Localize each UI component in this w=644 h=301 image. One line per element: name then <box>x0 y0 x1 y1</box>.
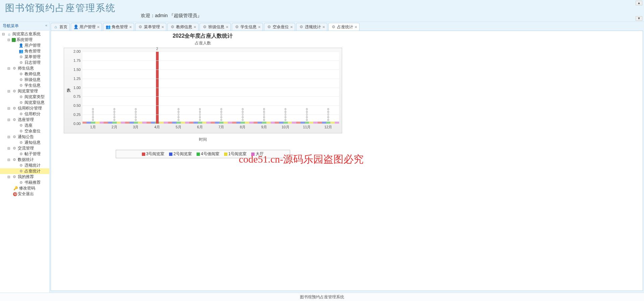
tree-root[interactable]: ⊟⌂阅览室占座系统 <box>0 31 49 37</box>
tree-item-5-0[interactable]: ⚙通知信息 <box>0 140 49 145</box>
xtick-label: 11月 <box>296 125 318 130</box>
main-area: ⌂首页👤用户管理✕👥角色管理✕⚙菜单管理✕⚙教师信息✕⚙班级信息✕⚙学生信息✕⚙… <box>50 22 644 293</box>
tree-item-2-0[interactable]: ⚙阅览室类型 <box>0 94 49 100</box>
tree-logout[interactable]: ⏻安全退出 <box>0 191 49 197</box>
gear-icon: ⚙ <box>18 77 24 83</box>
tab-6[interactable]: ⚙学生信息✕ <box>232 23 263 31</box>
chart-plot: 人数 0000000000000000000000000000000000000… <box>64 48 342 133</box>
legend-item[interactable]: 2号阅览室 <box>169 151 192 157</box>
gear-icon: ⚙ <box>12 134 17 140</box>
tree-item-8-0[interactable]: ⚙书籍推荐 <box>0 180 49 185</box>
tree-change-password[interactable]: 🔑修改密码 <box>0 185 49 191</box>
tree-toggle-icon[interactable]: ⊟ <box>6 146 11 150</box>
tree-item-0-0[interactable]: 👤用户管理 <box>0 43 49 48</box>
tree-item-2-1[interactable]: ⚙阅览室信息 <box>0 100 49 105</box>
tree-toggle-icon[interactable]: ⊟ <box>6 106 11 110</box>
tree-item-1-0[interactable]: ⚙教师信息 <box>0 71 49 77</box>
tree-group-6[interactable]: ⊟⚙交流管理 <box>0 145 49 151</box>
tree-item-0-2[interactable]: ⚙菜单管理 <box>0 54 49 60</box>
tab-label: 空余座位 <box>273 24 289 30</box>
gear-icon: ⚙ <box>18 129 24 134</box>
legend-label: 4号借阅室 <box>201 151 219 157</box>
gridline <box>83 124 339 124</box>
close-icon[interactable]: ✕ <box>161 25 164 29</box>
close-icon[interactable]: ✕ <box>322 25 325 29</box>
tab-4[interactable]: ⚙教师信息✕ <box>167 23 199 31</box>
tree-item-6-0[interactable]: ⚙帖子管理 <box>0 151 49 157</box>
tree-group-4[interactable]: ⊟⚙选座管理 <box>0 117 49 123</box>
tree-toggle-icon[interactable]: ⊟ <box>6 175 11 179</box>
chart-subtitle: 占座人数 <box>54 40 351 46</box>
gear-icon: ⚙ <box>331 24 336 30</box>
close-icon[interactable]: ✕ <box>226 25 228 29</box>
tree-group-2[interactable]: ⊟⚙阅览室管理 <box>0 88 49 94</box>
tree-item-1-1[interactable]: ⚙班级信息 <box>0 77 49 83</box>
nav-tree: ⊟⌂阅览室占座系统⊟系统管理👤用户管理👥角色管理⚙菜单管理⚙日志管理⊟⚙师生信息… <box>0 31 49 198</box>
legend-item[interactable]: 3号阅览室 <box>142 151 165 157</box>
tab-label: 学生信息 <box>240 24 257 30</box>
header-collapse-up-icon[interactable]: ▲ <box>636 1 642 5</box>
tab-2[interactable]: 👥角色管理✕ <box>103 23 134 31</box>
gridline <box>83 70 339 70</box>
gridline <box>83 88 339 88</box>
tree-group-5[interactable]: ⊟⚙通知公告 <box>0 134 49 140</box>
zero-label: 0 <box>114 108 115 111</box>
tree-label: 通知公告 <box>18 134 34 140</box>
xtick-label: 1月 <box>83 125 104 130</box>
tab-content: 2022全年度占座人数统计 占座人数 人数 000000000000000000… <box>51 31 643 291</box>
tree-item-0-3[interactable]: ⚙日志管理 <box>0 60 49 66</box>
tree-label: 用户管理 <box>24 43 41 48</box>
chart-title: 2022全年度占座人数统计 <box>54 33 351 40</box>
tree-label: 菜单管理 <box>24 54 41 60</box>
tab-7[interactable]: ⚙空余座位✕ <box>264 23 295 31</box>
tab-9[interactable]: ⚙占座统计✕ <box>328 23 360 31</box>
tree-toggle-icon[interactable]: ⊟ <box>6 118 11 122</box>
header-collapse-down-icon[interactable]: ▼ <box>636 16 642 21</box>
key-icon: 🔑 <box>13 186 18 191</box>
tree-item-0-1[interactable]: 👥角色管理 <box>0 48 49 54</box>
close-icon[interactable]: ✕ <box>355 25 357 29</box>
tree-group-7[interactable]: ⊟⚙数据统计 <box>0 157 49 163</box>
close-icon[interactable]: ✕ <box>97 25 100 29</box>
sidebar-collapse-icon[interactable]: « <box>45 23 47 27</box>
tree-item-7-0[interactable]: ⚙违规统计 <box>0 163 49 168</box>
tab-8[interactable]: ⚙违规统计✕ <box>296 23 327 31</box>
xtick-label: 4月 <box>147 125 168 130</box>
close-icon[interactable]: ✕ <box>129 25 132 29</box>
tree-toggle-icon[interactable]: ⊟ <box>6 38 11 42</box>
tree-group-0[interactable]: ⊟系统管理 <box>0 37 49 43</box>
tree-item-1-2[interactable]: ⚙学生信息 <box>0 83 49 88</box>
tree-item-4-1[interactable]: ⚙空余座位 <box>0 128 49 134</box>
role-icon: 👥 <box>18 49 24 54</box>
tree-toggle-icon[interactable]: ⊟ <box>6 158 11 162</box>
zero-label: 0 <box>199 108 201 111</box>
close-icon[interactable]: ✕ <box>194 25 196 29</box>
tab-1[interactable]: 👤用户管理✕ <box>71 23 102 31</box>
tree-group-8[interactable]: ⊟⚙我的推荐 <box>0 174 49 180</box>
tree-item-3-0[interactable]: ⚙信用积分 <box>0 111 49 117</box>
tree-item-4-0[interactable]: ⚙选座 <box>0 123 49 128</box>
tree-item-7-1[interactable]: ⚙占座统计 <box>0 168 49 174</box>
tree-toggle-icon[interactable]: ⊟ <box>1 32 6 36</box>
tree-label: 师生信息 <box>18 66 34 71</box>
close-icon[interactable]: ✕ <box>258 25 261 29</box>
tree-group-3[interactable]: ⊟⚙信用积分管理 <box>0 105 49 111</box>
tree-group-1[interactable]: ⊟⚙师生信息 <box>0 66 49 71</box>
gear-icon: ⚙ <box>18 180 24 185</box>
legend-item[interactable]: 4号借阅室 <box>197 151 219 157</box>
tree-toggle-icon[interactable]: ⊟ <box>6 135 11 139</box>
close-icon[interactable]: ✕ <box>290 25 293 29</box>
tab-0[interactable]: ⌂首页 <box>51 23 70 31</box>
tab-3[interactable]: ⚙菜单管理✕ <box>135 23 166 31</box>
tab-5[interactable]: ⚙班级信息✕ <box>200 23 231 31</box>
tree-toggle-icon[interactable]: ⊟ <box>6 89 11 93</box>
app-icon <box>12 38 16 42</box>
tree-toggle-icon[interactable]: ⊟ <box>6 67 11 70</box>
tree-label: 修改密码 <box>19 185 35 191</box>
tree-label: 日志管理 <box>24 60 41 66</box>
xtick-label: 7月 <box>211 125 232 130</box>
gear-icon: ⚙ <box>18 83 24 88</box>
tree-label: 空余座位 <box>24 128 41 134</box>
tree-label: 我的推荐 <box>18 174 34 180</box>
legend-label: 2号阅览室 <box>173 151 192 157</box>
